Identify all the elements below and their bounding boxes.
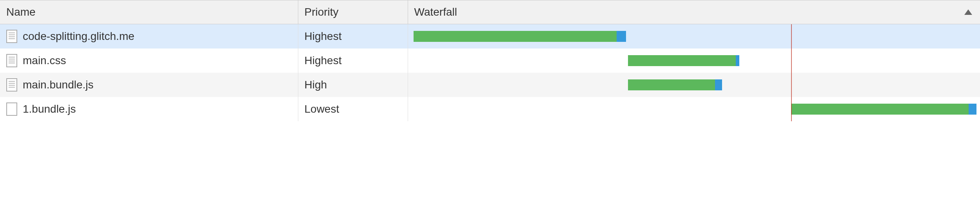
table-row[interactable]: 1.bundle.jsLowest xyxy=(0,97,980,121)
network-table: Name Priority Waterfall code-splitting.g… xyxy=(0,0,980,121)
file-icon xyxy=(6,102,17,116)
file-icon xyxy=(6,54,17,67)
priority-value: Lowest xyxy=(305,103,339,115)
waterfall-area xyxy=(408,49,980,73)
waterfall-area xyxy=(408,73,980,97)
priority-cell: Highest xyxy=(298,49,408,73)
table-row[interactable]: main.bundle.jsHigh xyxy=(0,73,980,97)
table-header-row: Name Priority Waterfall xyxy=(0,0,980,24)
network-panel: Name Priority Waterfall code-splitting.g… xyxy=(0,0,980,121)
file-icon xyxy=(6,30,17,43)
name-cell: 1.bundle.js xyxy=(0,97,298,121)
waterfall-area xyxy=(408,24,980,49)
sort-ascending-icon xyxy=(964,9,972,15)
waterfall-cell xyxy=(408,24,980,49)
waterfall-waiting-segment xyxy=(628,79,715,90)
priority-value: Highest xyxy=(305,30,342,42)
waterfall-bar[interactable] xyxy=(791,104,976,115)
name-cell: main.bundle.js xyxy=(0,73,298,97)
table-row[interactable]: main.cssHighest xyxy=(0,49,980,73)
request-name: main.bundle.js xyxy=(23,79,94,91)
table-row[interactable]: code-splitting.glitch.meHighest xyxy=(0,24,980,49)
waterfall-bar[interactable] xyxy=(414,31,626,42)
load-marker-line xyxy=(791,73,792,97)
waterfall-waiting-segment xyxy=(414,31,617,42)
waterfall-waiting-segment xyxy=(628,55,735,66)
load-marker-line xyxy=(791,97,792,121)
waterfall-area xyxy=(408,97,980,121)
request-name: main.css xyxy=(23,54,66,67)
priority-value: Highest xyxy=(305,54,342,66)
waterfall-bar[interactable] xyxy=(628,79,722,90)
column-header-waterfall-label: Waterfall xyxy=(414,6,457,18)
request-name: code-splitting.glitch.me xyxy=(23,30,134,43)
column-header-waterfall[interactable]: Waterfall xyxy=(408,0,980,24)
load-marker-line xyxy=(791,49,792,73)
waterfall-bar[interactable] xyxy=(628,55,739,66)
priority-value: High xyxy=(305,79,327,91)
column-header-priority[interactable]: Priority xyxy=(298,0,408,24)
waterfall-cell xyxy=(408,73,980,97)
waterfall-cell xyxy=(408,49,980,73)
load-marker-line xyxy=(791,24,792,49)
column-header-priority-label: Priority xyxy=(305,6,339,18)
name-cell: main.css xyxy=(0,49,298,73)
request-name: 1.bundle.js xyxy=(23,103,76,115)
waterfall-download-segment xyxy=(617,31,626,42)
name-cell: code-splitting.glitch.me xyxy=(0,24,298,49)
waterfall-cell xyxy=(408,97,980,121)
priority-cell: High xyxy=(298,73,408,97)
column-header-name-label: Name xyxy=(6,6,36,18)
priority-cell: Highest xyxy=(298,24,408,49)
column-header-name[interactable]: Name xyxy=(0,0,298,24)
waterfall-download-segment xyxy=(969,104,976,115)
waterfall-waiting-segment xyxy=(791,104,968,115)
waterfall-download-segment xyxy=(736,55,739,66)
waterfall-download-segment xyxy=(715,79,722,90)
file-icon xyxy=(6,78,17,92)
priority-cell: Lowest xyxy=(298,97,408,121)
